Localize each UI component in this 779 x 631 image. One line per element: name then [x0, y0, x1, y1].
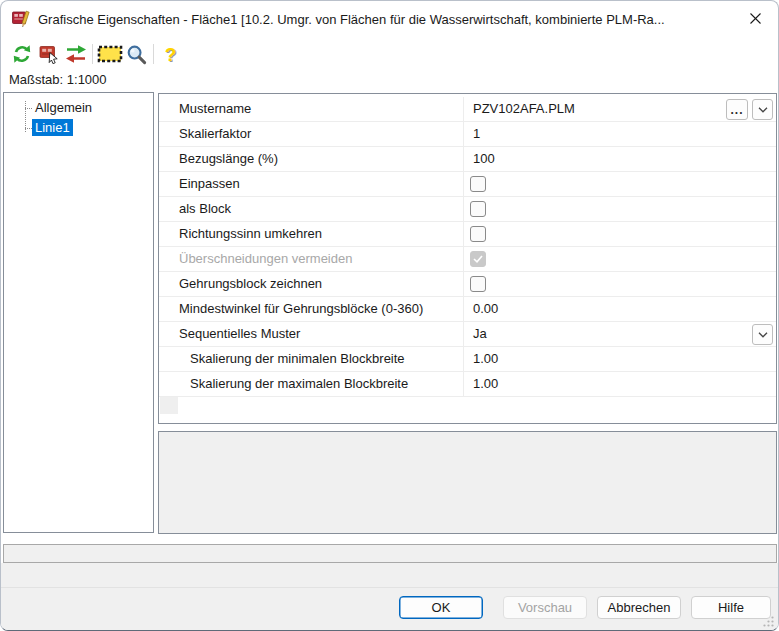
tree-item-linie1[interactable]: Linie1 — [4, 118, 153, 138]
property-value: 1.00 — [473, 351, 498, 366]
checkbox-unchecked[interactable] — [470, 276, 486, 292]
property-value-cell[interactable]: 0.00 — [464, 297, 776, 321]
property-label: Einpassen — [159, 172, 464, 196]
tree-connector-stub — [25, 108, 32, 109]
app-icon — [12, 10, 30, 28]
property-label: Bezugslänge (%) — [159, 147, 464, 171]
property-value: PZV102AFA.PLM — [473, 101, 575, 116]
dropdown-chevron-icon[interactable] — [752, 324, 773, 345]
property-row[interactable]: als Block — [159, 197, 776, 222]
tree-item-label: Allgemein — [32, 99, 95, 116]
property-value: Ja — [473, 326, 487, 341]
property-label: Mustername — [159, 97, 464, 121]
property-row[interactable]: Skalierung der minimalen Blockbreite1.00 — [159, 347, 776, 372]
pick-pattern-icon[interactable] — [35, 41, 62, 67]
resize-grip[interactable] — [762, 614, 775, 627]
property-value-cell[interactable]: 1.00 — [464, 347, 776, 371]
property-value-cell[interactable]: 1 — [464, 122, 776, 146]
hilfe-button[interactable]: Hilfe — [691, 596, 771, 619]
property-value: 1.00 — [473, 376, 498, 391]
property-value: 0.00 — [473, 301, 498, 316]
toolbar-separator — [92, 44, 93, 64]
property-value-cell[interactable] — [464, 222, 776, 246]
property-value-cell[interactable]: PZV102AFA.PLM... — [464, 97, 776, 121]
footer-divider — [1, 587, 778, 588]
property-row[interactable]: Skalierfaktor1 — [159, 122, 776, 147]
tree-items: AllgemeinLinie1 — [4, 93, 153, 138]
property-label: Sequentielles Muster — [159, 322, 464, 346]
pattern-fill-icon[interactable] — [96, 41, 123, 67]
abbrechen-button[interactable]: Abbrechen — [597, 596, 681, 619]
dialog-grafische-eigenschaften: Grafische Eigenschaften - Fläche1 [10.2.… — [0, 0, 779, 631]
checkbox-checked — [470, 251, 486, 267]
property-row[interactable]: Einpassen — [159, 172, 776, 197]
toolbar: ? — [1, 40, 778, 68]
property-value-cell[interactable]: Ja — [464, 322, 776, 346]
status-bar — [3, 544, 777, 563]
property-row[interactable]: Mindestwinkel für Gehrungsblöcke (0-360)… — [159, 297, 776, 322]
refresh-icon[interactable] — [8, 41, 35, 67]
window-title: Grafische Eigenschaften - Fläche1 [10.2.… — [38, 12, 665, 27]
property-grid: MusternamePZV102AFA.PLM...Skalierfaktor1… — [158, 93, 777, 424]
toolbar-separator — [153, 44, 154, 64]
checkbox-unchecked[interactable] — [470, 201, 486, 217]
property-label: als Block — [159, 197, 464, 221]
vorschau-button: Vorschau — [503, 596, 587, 619]
property-grid-rows: MusternamePZV102AFA.PLM...Skalierfaktor1… — [159, 97, 776, 397]
zoom-icon[interactable] — [123, 41, 150, 67]
checkbox-unchecked[interactable] — [470, 226, 486, 242]
property-value-cell[interactable] — [464, 272, 776, 296]
tree-item-label: Linie1 — [32, 119, 73, 136]
grid-empty-cell — [160, 397, 178, 414]
property-label: Richtungssinn umkehren — [159, 222, 464, 246]
property-row[interactable]: Richtungssinn umkehren — [159, 222, 776, 247]
titlebar[interactable]: Grafische Eigenschaften - Fläche1 [10.2.… — [1, 1, 778, 37]
property-value-cell[interactable] — [464, 247, 776, 271]
help-icon[interactable]: ? — [157, 41, 184, 67]
property-value: 1 — [473, 126, 480, 141]
ok-button[interactable]: OK — [399, 596, 483, 619]
property-label: Gehrungsblock zeichnen — [159, 272, 464, 296]
property-row[interactable]: Gehrungsblock zeichnen — [159, 272, 776, 297]
property-value-cell[interactable] — [464, 172, 776, 196]
property-label: Skalierung der minimalen Blockbreite — [159, 347, 464, 371]
browse-ellipsis-button[interactable]: ... — [726, 99, 748, 120]
property-value-cell[interactable]: 100 — [464, 147, 776, 171]
description-panel — [158, 431, 777, 534]
property-label: Mindestwinkel für Gehrungsblöcke (0-360) — [159, 297, 464, 321]
scale-label: Maßstab: 1:1000 — [9, 71, 778, 89]
property-label: Überschneidungen vermeiden — [159, 247, 464, 271]
property-value-cell[interactable] — [464, 197, 776, 221]
property-value-cell[interactable]: 1.00 — [464, 372, 776, 396]
tree-connector-stub — [25, 128, 32, 129]
checkbox-unchecked[interactable] — [470, 176, 486, 192]
property-row[interactable]: Überschneidungen vermeiden — [159, 247, 776, 272]
close-icon[interactable] — [732, 1, 778, 36]
tree-panel[interactable]: AllgemeinLinie1 — [3, 92, 154, 533]
property-row[interactable]: Sequentielles MusterJa — [159, 322, 776, 347]
property-row[interactable]: Skalierung der maximalen Blockbreite1.00 — [159, 372, 776, 397]
property-value: 100 — [473, 151, 495, 166]
property-row[interactable]: MusternamePZV102AFA.PLM... — [159, 97, 776, 122]
property-row[interactable]: Bezugslänge (%)100 — [159, 147, 776, 172]
dropdown-chevron-icon[interactable] — [752, 99, 773, 120]
footer: OKVorschauAbbrechenHilfe — [1, 563, 778, 630]
swap-direction-icon[interactable] — [62, 41, 89, 67]
property-label: Skalierfaktor — [159, 122, 464, 146]
tree-item-allgemein[interactable]: Allgemein — [4, 98, 153, 118]
property-label: Skalierung der maximalen Blockbreite — [159, 372, 464, 396]
